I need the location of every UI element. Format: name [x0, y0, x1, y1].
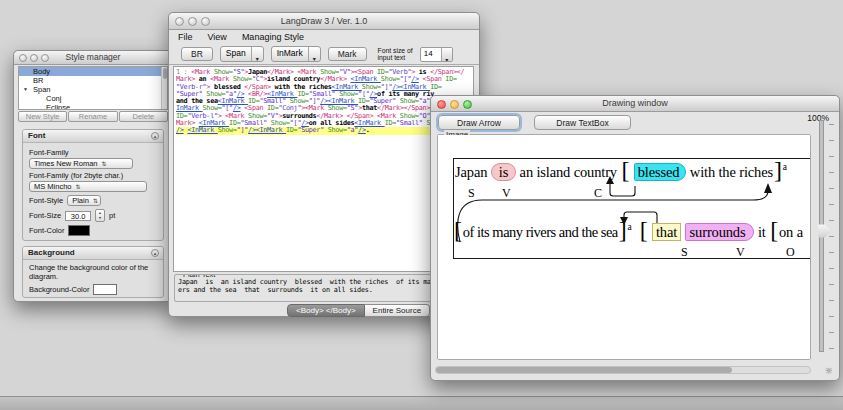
grammar-label-v: V: [502, 186, 511, 201]
style-manager-window: Style manager BodyBR▼SpanConjEclipse New…: [13, 50, 173, 302]
code-token: /><InMark: [248, 127, 286, 134]
minimize-icon[interactable]: [188, 17, 197, 26]
close-icon[interactable]: [19, 54, 27, 62]
code-line: Mark> an <Mark Show="C">island country</…: [176, 76, 473, 83]
minimize-icon[interactable]: [30, 54, 38, 62]
style-list-scrollbar[interactable]: [161, 67, 167, 109]
code-token: "Small": [241, 120, 268, 127]
diagram-word: on a: [779, 224, 803, 241]
zoom-icon[interactable]: [201, 17, 210, 26]
code-token: Show=: [362, 84, 381, 91]
code-token: InMark: [176, 105, 203, 112]
code-token: Show=: [396, 98, 419, 105]
grammar-label-s: S: [468, 186, 475, 201]
font-style-select[interactable]: Plain: [67, 195, 101, 206]
chevron-down-icon[interactable]: [441, 48, 452, 61]
scrollbar-thumb[interactable]: [163, 68, 167, 79]
font-color-swatch[interactable]: [68, 225, 90, 236]
code-token: />: [358, 127, 366, 134]
diagram-word: of its many rivers and the sea: [463, 224, 618, 241]
font-family-select[interactable]: Times New Roman: [29, 158, 133, 169]
code-token: of its many riv: [377, 91, 434, 98]
code-line: ID="Verb-l"> <Mark Show="V">surrounds</M…: [176, 113, 473, 120]
span-dropdown-button[interactable]: Span: [220, 46, 264, 62]
code-token: "Verb-r": [176, 84, 206, 91]
drawing-titlebar[interactable]: Drawing window: [431, 96, 839, 112]
code-token: ID=: [297, 91, 308, 98]
style-manager-titlebar[interactable]: Style manager: [14, 51, 172, 65]
menu-bar: FileViewManaging Style: [169, 30, 479, 44]
background-color-swatch[interactable]: [93, 284, 117, 295]
code-token: />: [301, 120, 309, 127]
code-token: <InMark: [199, 120, 229, 127]
code-token: ><Mark: [301, 105, 328, 112]
rename-button[interactable]: Rename: [68, 111, 117, 122]
code-token: ID=: [267, 105, 278, 112]
menu-view[interactable]: View: [208, 32, 227, 42]
code-token: "a": [225, 91, 236, 98]
code-token: Show=: [328, 105, 347, 112]
entire-source-button[interactable]: Entire Source: [365, 304, 430, 317]
horizontal-scrollbar[interactable]: [435, 366, 811, 374]
plain-text-label: Plain Text: [181, 274, 217, 279]
menu-managing-style[interactable]: Managing Style: [242, 32, 304, 42]
style-item-conj[interactable]: Conj: [19, 94, 167, 103]
disclosure-icon[interactable]: ▼: [23, 85, 28, 94]
style-item-br[interactable]: BR: [19, 76, 167, 85]
font-family2-select[interactable]: MS Mincho: [29, 181, 147, 192]
zoom-icon[interactable]: [41, 54, 49, 62]
close-icon[interactable]: [175, 17, 184, 26]
style-item-span[interactable]: ▼Span: [19, 85, 167, 94]
body-scope-button[interactable]: <Body> </Body>: [287, 304, 365, 317]
mark-button[interactable]: Mark: [328, 47, 367, 61]
style-item-eclipse[interactable]: Eclipse: [19, 103, 167, 110]
bracket: [: [454, 225, 462, 235]
font-size-input[interactable]: 30.0: [65, 211, 91, 221]
zoom-icon[interactable]: [463, 100, 472, 109]
diagram-word: it: [754, 224, 769, 241]
input-font-size-combo[interactable]: 14: [420, 47, 453, 62]
code-token: "a": [347, 127, 358, 134]
collapse-icon[interactable]: [151, 132, 159, 140]
image-group: Image Japan is an island country [ bless…: [437, 134, 811, 360]
background-panel-header[interactable]: Background: [23, 247, 163, 260]
background-description: Change the background color of the diagr…: [29, 263, 157, 281]
code-token: "Conj": [278, 105, 301, 112]
code-editor[interactable]: 1 : <Mark Show="S">Japan</Mark> <Mark Sh…: [173, 66, 474, 272]
chevron-down-icon[interactable]: [251, 47, 263, 61]
inmark-dropdown-button[interactable]: InMark: [271, 46, 321, 62]
code-token: Mark>: [176, 120, 195, 127]
desktop-bottom-band: [0, 396, 843, 410]
code-token: </Span>: [347, 113, 374, 120]
delete-button[interactable]: Delete: [119, 111, 168, 122]
style-list: BodyBR▼SpanConjEclipse: [18, 66, 168, 110]
diagram-line-1: Japan is an island country [ blessed wit…: [455, 161, 787, 183]
bracket: [: [770, 225, 778, 235]
shape-surrounds: surrounds: [685, 223, 755, 241]
draw-arrow-button[interactable]: Draw Arrow: [438, 115, 520, 130]
font-panel-header[interactable]: Font: [23, 130, 163, 143]
chevron-down-icon[interactable]: [308, 47, 320, 61]
diagram-canvas[interactable]: Japan is an island country [ blessed wit…: [438, 135, 810, 359]
minimize-icon[interactable]: [450, 100, 459, 109]
code-token: ><Span: [351, 69, 378, 76]
code-token: Show=: [335, 91, 358, 98]
main-titlebar[interactable]: LangDraw 3 / Ver. 1.0: [169, 13, 479, 30]
stepper-icon[interactable]: ▴▾: [95, 209, 105, 222]
code-token: "V": [339, 69, 350, 76]
style-item-body[interactable]: Body: [19, 67, 167, 76]
resize-grip-icon[interactable]: [822, 363, 837, 378]
code-token: ID=: [286, 127, 297, 134]
menu-file[interactable]: File: [178, 32, 193, 42]
code-token: ID=: [248, 98, 259, 105]
collapse-icon[interactable]: [151, 249, 159, 257]
font-size-unit: pt: [109, 211, 115, 220]
code-token: Show=: [203, 91, 226, 98]
draw-textbox-button[interactable]: Draw TextBox: [534, 115, 631, 130]
new-style-button[interactable]: New Style: [18, 111, 67, 122]
plain-text-line: ers and the sea that surrounds it on all…: [178, 287, 470, 295]
close-icon[interactable]: [437, 100, 446, 109]
br-button[interactable]: BR: [181, 47, 213, 61]
superscript-a: a: [783, 162, 787, 172]
scrollbar-thumb[interactable]: [436, 367, 732, 373]
